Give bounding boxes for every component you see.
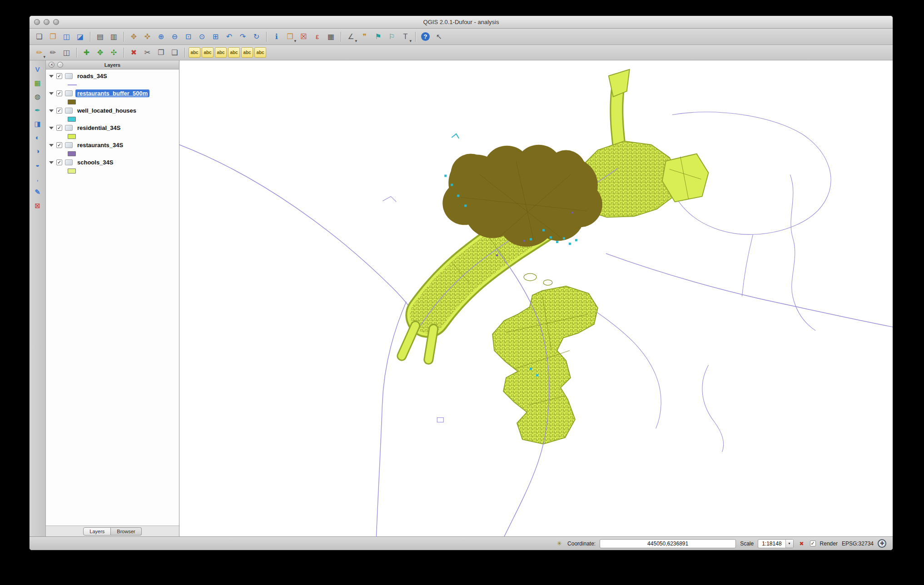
layer-row-restaurants-buffer[interactable]: restaurants_buffer_500m — [46, 89, 179, 98]
scale-combobox[interactable]: 1:18148 — [758, 539, 793, 548]
add-postgis-layer[interactable]: ◍ — [31, 90, 44, 102]
map-canvas[interactable] — [179, 60, 893, 536]
crs-status-button[interactable]: ✚ — [878, 539, 886, 548]
layer-row-residential[interactable]: residential_34S — [46, 123, 179, 133]
add-vector-layer[interactable]: V — [31, 63, 44, 75]
zoom-button[interactable] — [53, 19, 59, 25]
zoom-to-selection[interactable]: ⊙ — [196, 31, 208, 43]
zoom-next[interactable]: ↷ — [237, 31, 249, 43]
add-raster-layer[interactable]: ▦ — [31, 77, 44, 89]
new-shapefile-layer[interactable]: ✎ — [31, 186, 44, 198]
expand-arrow-icon[interactable] — [49, 92, 54, 95]
layer-visibility-checkbox[interactable] — [56, 73, 62, 79]
stop-rendering-icon[interactable]: ✖ — [798, 540, 806, 548]
add-wms-layer[interactable]: ◐ — [31, 131, 44, 143]
save-project-as[interactable]: ◪ — [74, 31, 86, 43]
layer-name[interactable]: restaurants_34S — [75, 141, 125, 149]
help-contents[interactable]: ? — [419, 31, 432, 43]
layer-visibility-checkbox[interactable] — [56, 159, 62, 165]
zoom-in[interactable]: ⊕ — [155, 31, 167, 43]
move-label[interactable]: abc — [228, 47, 240, 58]
delete-selected[interactable]: ✖ — [128, 47, 140, 59]
save-layer-edits[interactable]: ◫ — [60, 47, 73, 59]
layer-row-well-located-houses[interactable]: well_located_houses — [46, 106, 179, 115]
field-calculator[interactable]: ε — [311, 31, 323, 43]
expand-arrow-icon[interactable] — [49, 144, 54, 147]
open-project[interactable]: ❐ — [47, 31, 59, 43]
cut-features[interactable]: ✂ — [141, 47, 154, 59]
composer-manager[interactable]: ▥ — [108, 31, 120, 43]
add-wfs-layer[interactable]: ◒ — [31, 159, 44, 170]
layer-name[interactable]: roads_34S — [75, 72, 109, 80]
minimize-button[interactable] — [44, 19, 50, 25]
refresh-map[interactable]: ↻ — [250, 31, 263, 43]
paste-features[interactable]: ❑ — [169, 47, 181, 59]
labeling-options[interactable]: abc — [189, 47, 200, 58]
measure-line[interactable]: ∠ — [345, 31, 357, 43]
layer-row-roads[interactable]: roads_34S — [46, 71, 179, 81]
map-canvas-svg[interactable] — [179, 60, 893, 536]
scale-dropdown-icon[interactable] — [785, 540, 793, 548]
expand-arrow-icon[interactable] — [49, 109, 54, 112]
layer-name[interactable]: schools_34S — [75, 159, 115, 166]
change-label-properties[interactable]: abc — [254, 47, 266, 58]
whats-this[interactable]: ↖ — [433, 31, 445, 43]
pan-to-selection[interactable]: ✜ — [141, 31, 154, 43]
deselect-features[interactable]: ☒ — [298, 31, 310, 43]
copy-features[interactable]: ❐ — [155, 47, 167, 59]
show-bookmarks[interactable]: ⚐ — [386, 31, 398, 43]
select-features[interactable]: ❒ — [284, 31, 296, 43]
rotate-label[interactable]: abc — [241, 47, 253, 58]
mouse-position-icon[interactable]: ✳ — [555, 540, 563, 548]
current-edits[interactable]: ✏ — [33, 47, 45, 59]
layer-visibility-checkbox[interactable] — [56, 142, 62, 148]
panel-close-icon[interactable] — [49, 62, 55, 68]
open-attribute-table[interactable]: ▦ — [325, 31, 337, 43]
zoom-to-layer[interactable]: ⊞ — [209, 31, 222, 43]
map-tips[interactable]: ❞ — [358, 31, 371, 43]
tab-layers[interactable]: Layers — [83, 527, 111, 535]
coordinate-label: Coordinate: — [567, 540, 596, 547]
expand-arrow-icon[interactable] — [49, 161, 54, 164]
pin-unpin-labels[interactable]: abc — [202, 47, 214, 58]
pan-map[interactable]: ✥ — [128, 31, 140, 43]
layer-name[interactable]: residential_34S — [75, 124, 122, 132]
add-wcs-layer[interactable]: ◑ — [31, 145, 44, 157]
text-annotation[interactable]: T — [399, 31, 412, 43]
render-checkbox[interactable] — [810, 540, 816, 546]
identify-features[interactable]: ℹ — [270, 31, 283, 43]
new-bookmark-icon: ⚑ — [375, 33, 381, 40]
add-feature[interactable]: ✚ — [80, 47, 93, 59]
node-tool[interactable]: ✣ — [108, 47, 120, 59]
panel-detach-icon[interactable] — [57, 62, 63, 68]
tab-browser[interactable]: Browser — [111, 527, 141, 535]
expand-arrow-icon[interactable] — [49, 127, 54, 129]
layer-row-schools[interactable]: schools_34S — [46, 158, 179, 167]
zoom-out[interactable]: ⊖ — [169, 31, 181, 43]
layer-name[interactable]: well_located_houses — [75, 107, 138, 114]
highlight-pinned-labels[interactable]: abc — [215, 47, 227, 58]
layer-type-icon — [65, 90, 73, 96]
add-delimited-text-layer[interactable]: , — [31, 172, 44, 184]
new-project[interactable]: ❏ — [33, 31, 45, 43]
layer-visibility-checkbox[interactable] — [56, 108, 62, 114]
field-calculator-icon: ε — [316, 33, 319, 40]
layer-visibility-checkbox[interactable] — [56, 125, 62, 131]
expand-arrow-icon[interactable] — [49, 75, 54, 78]
layer-visibility-checkbox[interactable] — [56, 90, 62, 96]
coordinate-input[interactable] — [600, 539, 736, 548]
remove-layer[interactable]: ⊠ — [31, 199, 44, 211]
zoom-full[interactable]: ⊡ — [182, 31, 194, 43]
layer-name[interactable]: restaurants_buffer_500m — [75, 89, 149, 97]
close-button[interactable] — [34, 19, 40, 25]
new-bookmark[interactable]: ⚑ — [372, 31, 384, 43]
add-spatialite-layer[interactable]: ✒ — [31, 104, 44, 116]
move-feature[interactable]: ✥ — [94, 47, 106, 59]
layer-row-restaurants[interactable]: restaurants_34S — [46, 140, 179, 150]
toggle-editing[interactable]: ✏ — [47, 47, 59, 59]
save-project[interactable]: ◫ — [60, 31, 73, 43]
add-mssql-layer[interactable]: ◨ — [31, 118, 44, 129]
new-print-composer[interactable]: ▤ — [94, 31, 106, 43]
zoom-last[interactable]: ↶ — [223, 31, 235, 43]
title-bar[interactable]: QGIS 2.0.1-Dufour - analysis — [30, 16, 893, 29]
